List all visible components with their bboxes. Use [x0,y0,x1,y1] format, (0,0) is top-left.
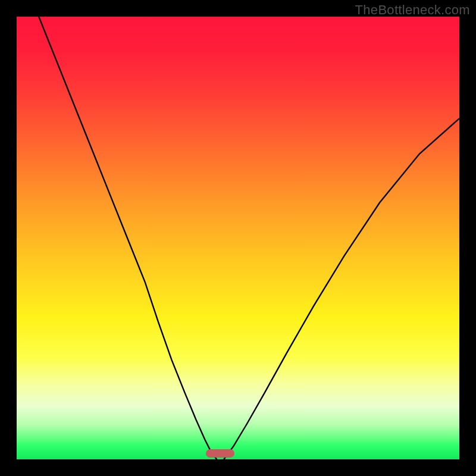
watermark-text: TheBottleneck.com [355,2,470,18]
curve-right-branch [224,118,459,459]
outer-frame: TheBottleneck.com [0,0,476,476]
bottleneck-curve [17,17,459,459]
curve-left-branch [39,17,217,459]
optimum-marker [206,449,234,458]
